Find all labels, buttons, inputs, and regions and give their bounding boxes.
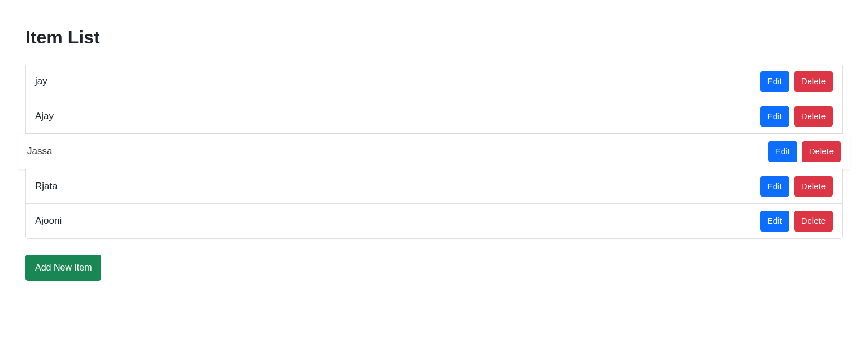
edit-button[interactable]: Edit: [768, 141, 797, 162]
list-item: AjooniEditDelete: [26, 204, 842, 238]
page-title: Item List: [25, 27, 843, 48]
list-item: JassaEditDelete: [18, 134, 850, 169]
item-actions: EditDelete: [760, 71, 833, 92]
delete-button[interactable]: Delete: [794, 71, 833, 92]
item-name: Ajooni: [35, 215, 62, 226]
edit-button[interactable]: Edit: [760, 106, 789, 127]
item-name: Ajay: [35, 111, 54, 122]
item-name: jay: [35, 76, 47, 87]
delete-button[interactable]: Delete: [794, 106, 833, 127]
add-new-item-button[interactable]: Add New Item: [25, 255, 101, 281]
item-name: Rjata: [35, 181, 58, 192]
item-actions: EditDelete: [760, 211, 833, 232]
item-name: Jassa: [27, 146, 52, 157]
item-actions: EditDelete: [768, 141, 841, 162]
list-item: AjayEditDelete: [26, 99, 842, 134]
list-item: jayEditDelete: [26, 64, 842, 99]
delete-button[interactable]: Delete: [794, 211, 833, 232]
item-actions: EditDelete: [760, 106, 833, 127]
edit-button[interactable]: Edit: [760, 176, 789, 197]
delete-button[interactable]: Delete: [802, 141, 841, 162]
delete-button[interactable]: Delete: [794, 176, 833, 197]
item-list: jayEditDeleteAjayEditDeleteJassaEditDele…: [25, 64, 843, 239]
edit-button[interactable]: Edit: [760, 71, 789, 92]
item-actions: EditDelete: [760, 176, 833, 197]
edit-button[interactable]: Edit: [760, 211, 789, 232]
list-item: RjataEditDelete: [26, 169, 842, 204]
